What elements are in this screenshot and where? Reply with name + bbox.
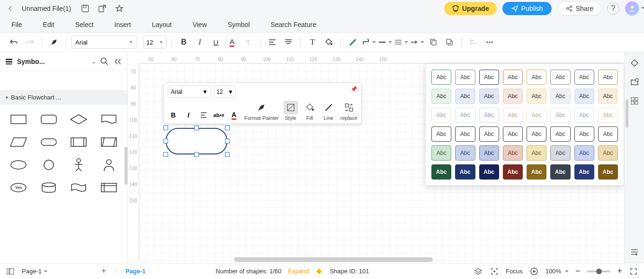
- menu-layout[interactable]: Layout: [152, 21, 172, 28]
- style-swatch[interactable]: Abc: [574, 89, 594, 104]
- menu-file[interactable]: File: [11, 21, 22, 28]
- style-swatch[interactable]: Abc: [479, 108, 499, 123]
- style-swatch[interactable]: Abc: [550, 89, 570, 104]
- fill-color-button[interactable]: [322, 35, 336, 49]
- page-select[interactable]: Page-1: [22, 268, 47, 275]
- share-button[interactable]: Share: [557, 1, 601, 16]
- shape-ellipse[interactable]: [5, 155, 32, 175]
- shape-diamond[interactable]: [65, 109, 93, 129]
- outline-icon[interactable]: [6, 267, 15, 276]
- layers-icon[interactable]: [474, 267, 483, 276]
- style-swatch[interactable]: Abc: [455, 70, 475, 85]
- style-swatch[interactable]: Abc: [455, 108, 475, 123]
- shape-document[interactable]: [95, 109, 123, 129]
- resize-handle-mr[interactable]: [225, 139, 230, 144]
- mini-fill[interactable]: [303, 101, 317, 114]
- pin-icon[interactable]: 📌: [350, 86, 358, 92]
- zoom-value[interactable]: 100%: [546, 268, 569, 275]
- style-swatch[interactable]: Abc: [574, 145, 594, 161]
- style-swatch[interactable]: Abc: [527, 70, 546, 85]
- style-swatch[interactable]: Abc: [527, 145, 546, 161]
- publish-button[interactable]: Publish: [502, 2, 552, 15]
- style-swatch[interactable]: Abc: [479, 70, 499, 85]
- line-color-button[interactable]: [346, 35, 360, 49]
- shape-tape[interactable]: [65, 178, 93, 198]
- expand-link[interactable]: Expand: [288, 268, 309, 275]
- shape-predefined[interactable]: [65, 132, 93, 152]
- style-swatch[interactable]: Abc: [574, 108, 594, 123]
- menu-edit[interactable]: Edit: [43, 21, 54, 28]
- help-icon[interactable]: ?: [607, 2, 619, 15]
- format-painter-button[interactable]: [47, 35, 61, 49]
- style-swatch[interactable]: Abc: [455, 126, 475, 142]
- mini-italic[interactable]: I: [183, 109, 194, 121]
- shape-internal-storage[interactable]: [95, 178, 123, 198]
- shape-stored-data[interactable]: [95, 132, 123, 152]
- mini-color[interactable]: A: [228, 109, 240, 121]
- style-swatch[interactable]: Abc: [479, 126, 499, 142]
- expand-dropdown[interactable]: ⌄: [91, 58, 96, 65]
- style-swatch[interactable]: Abc: [550, 145, 570, 161]
- mini-size-select[interactable]: 12▼: [214, 86, 236, 98]
- resize-handle-bm[interactable]: [194, 152, 199, 157]
- shape-yes[interactable]: Yes: [5, 178, 32, 198]
- fullscreen-icon[interactable]: [629, 267, 638, 276]
- group-align-button[interactable]: [466, 35, 481, 49]
- style-swatch[interactable]: Abc: [479, 164, 499, 180]
- resize-handle-br[interactable]: [225, 152, 230, 157]
- style-swatch[interactable]: Abc: [431, 126, 451, 142]
- mini-case[interactable]: abAB: [213, 109, 224, 121]
- shape-database[interactable]: [35, 178, 63, 198]
- style-swatch[interactable]: Abc: [503, 145, 523, 161]
- zoom-slider[interactable]: [587, 270, 610, 272]
- shape-person[interactable]: [65, 155, 93, 175]
- arrow-style-button[interactable]: [410, 35, 424, 49]
- bold-button[interactable]: B: [177, 35, 191, 49]
- collapse-panel-icon[interactable]: [113, 57, 123, 66]
- menu-insert[interactable]: Insert: [115, 21, 131, 28]
- settings-icon[interactable]: [628, 76, 641, 88]
- style-swatch[interactable]: Abc: [574, 70, 594, 85]
- export-icon[interactable]: [96, 2, 108, 15]
- style-swatch[interactable]: Abc: [455, 145, 475, 161]
- style-swatch[interactable]: Abc: [431, 164, 451, 180]
- add-page-button[interactable]: +: [98, 266, 109, 277]
- filename[interactable]: Unnamed File(1): [22, 5, 71, 12]
- mini-align[interactable]: [198, 109, 209, 121]
- style-swatch[interactable]: Abc: [503, 126, 523, 142]
- shape-parallelogram[interactable]: [5, 132, 32, 152]
- valign-button[interactable]: [281, 35, 295, 49]
- shape-terminator[interactable]: [35, 132, 63, 152]
- style-swatch[interactable]: Abc: [431, 89, 451, 104]
- resize-handle-tl[interactable]: [163, 126, 168, 130]
- style-swatch[interactable]: Abc: [550, 164, 570, 180]
- line-style-button[interactable]: [378, 35, 392, 49]
- style-swatch[interactable]: Abc: [598, 126, 618, 142]
- selected-shape[interactable]: [166, 128, 227, 154]
- focus-target-icon[interactable]: [490, 267, 499, 276]
- style-swatch[interactable]: Abc: [574, 164, 594, 180]
- style-swatch[interactable]: Abc: [455, 164, 475, 180]
- style-swatch[interactable]: Abc: [503, 164, 523, 180]
- theme-icon[interactable]: [628, 57, 641, 69]
- style-swatch[interactable]: Abc: [598, 70, 618, 85]
- line-weight-button[interactable]: [394, 35, 408, 49]
- focus-button[interactable]: Focus: [506, 268, 522, 275]
- resize-handle-tr[interactable]: [225, 126, 230, 130]
- back-button-layer[interactable]: [442, 35, 456, 49]
- redo-button[interactable]: [23, 35, 37, 49]
- style-swatch[interactable]: Abc: [431, 145, 451, 161]
- italic-button[interactable]: I: [193, 35, 207, 49]
- style-swatch[interactable]: Abc: [527, 126, 546, 142]
- connector-button[interactable]: [362, 35, 376, 49]
- style-swatch[interactable]: Abc: [503, 108, 523, 123]
- mini-replace[interactable]: [342, 101, 356, 114]
- underline-button[interactable]: U: [209, 35, 223, 49]
- section-basic-flowchart[interactable]: Basic Flowchart ...: [0, 90, 127, 105]
- font-size-select[interactable]: 12▼: [143, 36, 167, 49]
- mini-style[interactable]: [284, 101, 298, 114]
- style-swatch[interactable]: Abc: [574, 126, 594, 142]
- shape-user[interactable]: [95, 155, 123, 175]
- user-avatar[interactable]: [625, 1, 639, 16]
- shape-circle[interactable]: [35, 155, 63, 175]
